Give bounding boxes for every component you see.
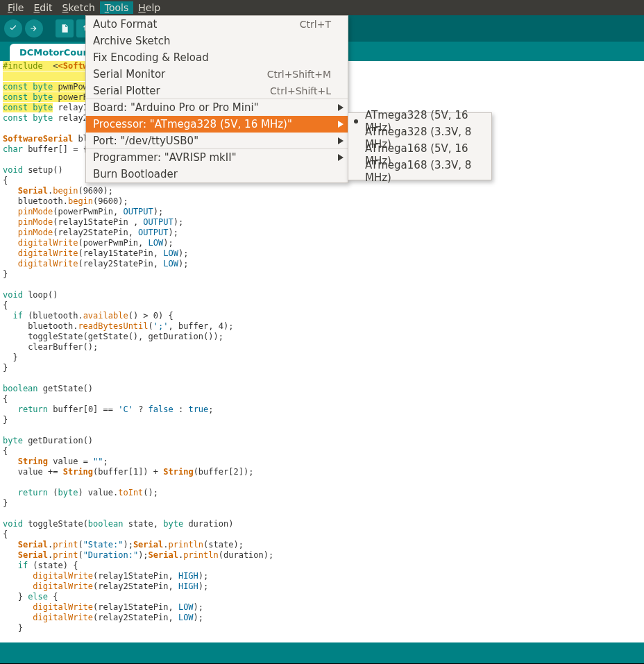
menu-file[interactable]: File [3,1,28,14]
upload-button[interactable] [25,19,43,37]
menu-burn-bootloader[interactable]: Burn Bootloader [86,166,348,182]
processor-option[interactable]: ATmega168 (3.3V, 8 MHz) [348,163,491,180]
menu-serial-monitor[interactable]: Serial MonitorCtrl+Shift+M [86,66,348,83]
menu-serial-plotter[interactable]: Serial PlotterCtrl+Shift+L [86,83,348,99]
chevron-right-icon [338,118,344,130]
menu-processor[interactable]: Processor: "ATmega328 (5V, 16 MHz)" [86,116,348,133]
menu-tools[interactable]: Tools [100,1,134,14]
menubar: File Edit Sketch Tools Help [0,0,644,15]
menu-fix-encoding[interactable]: Fix Encoding & Reload [86,49,348,66]
menu-sketch[interactable]: Sketch [58,1,100,14]
menu-edit[interactable]: Edit [28,1,57,14]
verify-button[interactable] [4,19,22,37]
chevron-right-icon [338,151,344,164]
menu-help[interactable]: Help [133,1,165,14]
bullet-icon [354,119,358,124]
status-bar [0,642,644,663]
new-button[interactable] [56,19,74,37]
menu-port[interactable]: Port: "/dev/ttyUSB0" [86,133,348,149]
menu-board[interactable]: Board: "Arduino Pro or Pro Mini" [86,99,348,116]
menu-programmer[interactable]: Programmer: "AVRISP mkII" [86,149,348,166]
menu-auto-format[interactable]: Auto FormatCtrl+T [86,16,348,33]
chevron-right-icon [338,135,344,147]
chevron-right-icon [338,101,344,114]
menu-archive-sketch[interactable]: Archive Sketch [86,33,348,49]
processor-submenu: ATmega328 (5V, 16 MHz) ATmega328 (3.3V, … [348,112,492,180]
tools-menu: Auto FormatCtrl+T Archive Sketch Fix Enc… [85,15,348,183]
